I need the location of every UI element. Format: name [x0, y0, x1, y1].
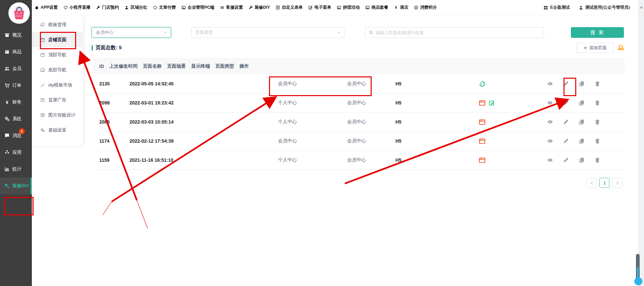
- add-page-button[interactable]: 添加页面: [576, 43, 614, 53]
- table-header: ID 上次修改时间 页面名称 页面场景 显示终端 页面类型 操作: [94, 58, 625, 74]
- pencil-icon[interactable]: [563, 81, 569, 87]
- trash-icon[interactable]: [594, 81, 600, 87]
- chevron-down-icon: [337, 30, 341, 34]
- pagination-prev[interactable]: [587, 178, 597, 188]
- merchant-menu[interactable]: E企盈测试: [543, 5, 570, 10]
- scroll-thermometer-ball[interactable]: [634, 277, 642, 285]
- topbar-item-9[interactable]: 电子面单: [308, 5, 331, 10]
- submenu-item-label: 模板管理: [48, 22, 66, 28]
- page-name-search: [365, 27, 544, 38]
- topbar-item-3[interactable]: 区域分红: [124, 5, 147, 10]
- gears-icon: [40, 128, 45, 133]
- topbar-item-1[interactable]: 小程序直播: [63, 5, 91, 10]
- eye-icon[interactable]: [547, 119, 553, 125]
- pagination-next[interactable]: [612, 178, 622, 188]
- sidebar-item-3[interactable]: 订单: [0, 77, 32, 94]
- copy-icon[interactable]: [579, 138, 585, 144]
- topbar-item-10[interactable]: 拼团活动: [337, 5, 360, 10]
- eye-icon[interactable]: [547, 157, 553, 163]
- apple-icon: [35, 5, 39, 10]
- trash-icon[interactable]: [594, 138, 600, 144]
- topbar: APP设置 小程序直播 门店预约 区域分红: [32, 0, 638, 15]
- sidebar-item-4[interactable]: ¥ 财务: [0, 94, 32, 111]
- copy-icon[interactable]: [579, 81, 585, 87]
- cart-icon: [4, 83, 10, 88]
- topbar-item-2[interactable]: 门店预约: [96, 5, 119, 10]
- circle-icon: [153, 5, 157, 10]
- submenu-item-5[interactable]: 首屏广告: [32, 92, 83, 108]
- account-menu[interactable]: 测试使用(公众号管理员): [579, 5, 630, 10]
- cell-page-type: [474, 100, 542, 106]
- sidebar-item-0[interactable]: 概况: [0, 27, 32, 44]
- sidebar-item-5[interactable]: 系统: [0, 111, 32, 127]
- pencil-icon[interactable]: [563, 100, 569, 106]
- gears-icon: [4, 116, 10, 122]
- wand-icon: [40, 83, 45, 87]
- eye-icon[interactable]: [547, 81, 553, 87]
- sidebar-item-8[interactable]: 统计: [0, 161, 32, 177]
- submenu-item-0[interactable]: 模板管理: [32, 17, 83, 32]
- scrollbar-track[interactable]: [638, 0, 644, 286]
- column-header-1: 上次修改时间: [104, 63, 138, 69]
- eye-icon[interactable]: [547, 138, 553, 144]
- cell-actions: [542, 100, 625, 106]
- sidebar-item-7[interactable]: 应用: [0, 144, 32, 161]
- sidebar-item-6[interactable]: 消息 6: [0, 127, 32, 144]
- search-button[interactable]: 搜 索: [571, 27, 624, 38]
- app-logo: FREE: [8, 2, 30, 24]
- topbar-item-label: 自定义表单: [282, 5, 303, 10]
- topbar-item-0[interactable]: APP设置: [35, 5, 58, 10]
- submenu-item-7[interactable]: 基础设置: [32, 123, 83, 138]
- pencil-icon[interactable]: [563, 119, 569, 125]
- topbar-item-12[interactable]: ¥ 酒店: [394, 5, 408, 10]
- submenu-item-6[interactable]: 图片智能设计: [32, 108, 83, 123]
- pagination-page-1[interactable]: 1: [599, 178, 609, 188]
- eye-icon[interactable]: [547, 100, 553, 106]
- image-icon: [181, 5, 186, 10]
- copy-icon[interactable]: [579, 100, 585, 106]
- submenu-item-1[interactable]: 店铺页面: [32, 32, 83, 47]
- topbar-item-7[interactable]: 装修DIY: [249, 5, 270, 10]
- page-type-select[interactable]: 页面类型: [191, 27, 344, 38]
- topbar-item-8[interactable]: 自定义表单: [276, 5, 303, 10]
- image-icon: [365, 5, 370, 10]
- merchant-name: E企盈测试: [550, 5, 570, 10]
- topbar-item-6[interactable]: 客服设置: [220, 5, 243, 10]
- submenu-item-2[interactable]: 顶部导航: [32, 47, 83, 62]
- cell-page-scene: 会员中心: [342, 138, 390, 144]
- topbar-item-5[interactable]: 企业管理PC端: [181, 5, 214, 10]
- submenu-item-label: 底部导航: [48, 67, 66, 73]
- pencil-icon[interactable]: [563, 138, 569, 144]
- svg-text:S: S: [416, 6, 417, 9]
- bottom-nav-icon: [40, 68, 45, 72]
- sidebar-nav: 概况 商品 会员 订单: [0, 0, 32, 194]
- green-edit-icon[interactable]: [489, 100, 495, 106]
- sidebar-item-9[interactable]: 装修DIY: [0, 177, 32, 194]
- trash-icon[interactable]: [594, 157, 600, 163]
- topbar-item-11[interactable]: 商品套餐: [365, 5, 388, 10]
- pencil-icon[interactable]: [563, 157, 569, 163]
- cell-page-name: 会员中心: [273, 81, 342, 87]
- submenu-item-label: 店铺页面: [48, 37, 66, 43]
- trash-icon[interactable]: [594, 100, 600, 106]
- copy-icon[interactable]: [579, 119, 585, 125]
- trash-icon[interactable]: [594, 119, 600, 125]
- page-scene-select[interactable]: 会员中心: [92, 27, 171, 38]
- submenu-item-3[interactable]: 底部导航: [32, 62, 83, 77]
- submenu-item-4[interactable]: diy模板市场: [32, 77, 83, 92]
- column-header-0: ID: [94, 64, 104, 69]
- topbar-item-13[interactable]: S 消费积分: [414, 5, 437, 10]
- sidebar-item-label: 财务: [12, 99, 21, 105]
- top-nav-icon: [40, 53, 45, 57]
- topbar-item-4[interactable]: 文章付费: [153, 5, 176, 10]
- scrollbar-up-arrow-icon[interactable]: [640, 6, 643, 8]
- submenu-item-label: 基础设置: [48, 127, 66, 133]
- cell-terminal: H5: [390, 157, 474, 163]
- cell-modified-time: 2022-02-12 17:54:39: [124, 138, 273, 144]
- page-name-search-input[interactable]: [376, 30, 540, 35]
- sidebar-item-1[interactable]: 商品: [0, 44, 32, 60]
- sidebar-item-2[interactable]: 会员: [0, 60, 32, 77]
- red-window-icon: [479, 100, 485, 106]
- sidebar-item-label: 统计: [12, 166, 21, 172]
- copy-icon[interactable]: [579, 157, 585, 163]
